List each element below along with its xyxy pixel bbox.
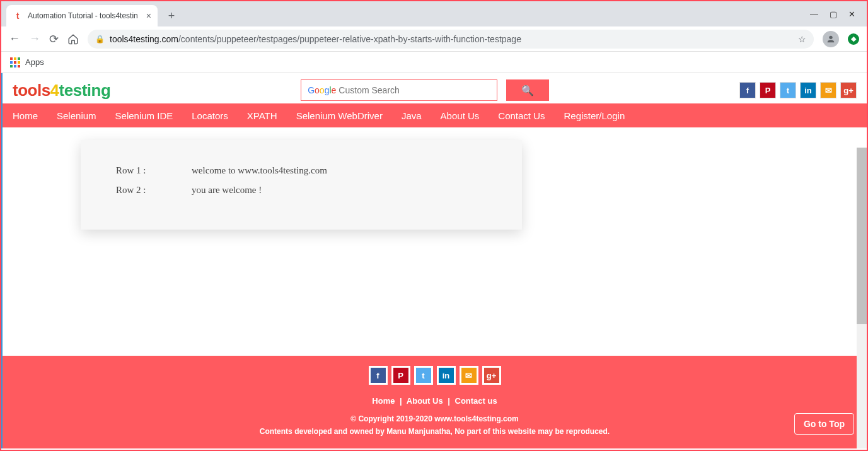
back-button[interactable]: ← (9, 32, 20, 45)
home-button[interactable] (67, 33, 79, 45)
nav-java[interactable]: Java (402, 110, 422, 121)
maximize-icon[interactable]: ▢ (830, 9, 837, 19)
search-placeholder: Custom Search (339, 85, 399, 95)
main-nav: Home Selenium Selenium IDE Locators XPAT… (3, 103, 867, 127)
row-value: welcome to www.tools4testing.com (192, 165, 327, 176)
browser-tab[interactable]: t Automation Tutorial - tools4testin × (6, 5, 158, 26)
search-input[interactable]: Google Custom Search (301, 79, 497, 101)
site-logo[interactable]: tools4testing (13, 81, 110, 100)
minimize-icon[interactable]: — (810, 9, 818, 19)
lock-icon: 🔒 (95, 35, 105, 44)
bookmarks-bar: Apps (1, 52, 867, 73)
url-domain: tools4testing.com (110, 34, 178, 44)
search-icon: 🔍 (521, 85, 534, 97)
tab-bar: t Automation Tutorial - tools4testin × +… (1, 1, 867, 26)
nav-home[interactable]: Home (13, 110, 38, 121)
page-content: tools4testing Google Custom Search 🔍 f P… (1, 73, 867, 448)
twitter-icon[interactable]: t (414, 366, 433, 385)
table-row: Row 1 : welcome to www.tools4testing.com (116, 165, 487, 176)
apps-grid-icon[interactable] (10, 57, 20, 67)
nav-locators[interactable]: Locators (192, 110, 228, 121)
window-controls: — ▢ ✕ (810, 9, 867, 19)
nav-selenium-ide[interactable]: Selenium IDE (115, 110, 173, 121)
nav-about[interactable]: About Us (441, 110, 480, 121)
content-card: Row 1 : welcome to www.tools4testing.com… (81, 140, 522, 230)
search-wrap: Google Custom Search 🔍 (301, 79, 549, 101)
content-area: Row 1 : welcome to www.tools4testing.com… (3, 127, 867, 230)
pinterest-icon[interactable]: P (391, 366, 410, 385)
scroll-thumb[interactable] (857, 148, 867, 324)
close-window-icon[interactable]: ✕ (848, 9, 855, 19)
pinterest-icon[interactable]: P (760, 82, 776, 98)
copyright: © Copyright 2019-2020 www.tools4testing.… (3, 414, 867, 423)
row-label: Row 2 : (116, 185, 154, 196)
gplus-icon[interactable]: g+ (840, 82, 857, 98)
nav-xpath[interactable]: XPATH (247, 110, 277, 121)
nav-contact[interactable]: Contact Us (498, 110, 545, 121)
profile-avatar[interactable] (823, 31, 839, 47)
footer-link-contact[interactable]: Contact us (455, 396, 497, 406)
row-value: you are welcome ! (192, 185, 262, 196)
search-button[interactable]: 🔍 (506, 79, 549, 101)
url-path: /contents/puppeteer/testpages/puppeteer-… (178, 34, 521, 44)
go-to-top-button[interactable]: Go to Top (794, 413, 854, 435)
google-logo: Google (308, 85, 336, 95)
header-social: f P t in ✉ g+ (739, 82, 857, 98)
close-tab-icon[interactable]: × (146, 11, 151, 21)
browser-chrome: t Automation Tutorial - tools4testin × +… (1, 1, 867, 73)
nav-selenium[interactable]: Selenium (57, 110, 96, 121)
favicon: t (13, 11, 23, 21)
linkedin-icon[interactable]: in (437, 366, 456, 385)
footer-social: f P t in ✉ g+ (3, 366, 867, 385)
reload-button[interactable]: ⟳ (49, 32, 59, 46)
nav-bar: ← → ⟳ 🔒 tools4testing.com/contents/puppe… (1, 26, 867, 52)
row-label: Row 1 : (116, 165, 154, 176)
extension-icon[interactable]: ◆ (848, 33, 859, 45)
footer-link-home[interactable]: Home (372, 396, 395, 406)
forward-button[interactable]: → (29, 32, 40, 45)
address-bar[interactable]: 🔒 tools4testing.com/contents/puppeteer/t… (88, 30, 814, 49)
bookmark-star-icon[interactable]: ☆ (798, 34, 806, 44)
scrollbar[interactable] (857, 148, 867, 448)
mail-icon[interactable]: ✉ (820, 82, 836, 98)
table-row: Row 2 : you are welcome ! (116, 185, 487, 196)
facebook-icon[interactable]: f (369, 366, 388, 385)
gplus-icon[interactable]: g+ (482, 366, 501, 385)
footer-link-about[interactable]: About Us (407, 396, 443, 406)
twitter-icon[interactable]: t (780, 82, 796, 98)
facebook-icon[interactable]: f (739, 82, 756, 98)
footer-links: Home | About Us | Contact us (3, 396, 867, 406)
disclaimer: Contents developed and owned by Manu Man… (3, 427, 867, 436)
site-footer: f P t in ✉ g+ Home | About Us | Contact … (3, 356, 867, 448)
site-header: tools4testing Google Custom Search 🔍 f P… (3, 73, 867, 103)
linkedin-icon[interactable]: in (800, 82, 816, 98)
apps-label[interactable]: Apps (25, 57, 44, 67)
tab-title: Automation Tutorial - tools4testin (28, 11, 141, 20)
nav-selenium-wd[interactable]: Selenium WebDriver (296, 110, 383, 121)
svg-point-0 (829, 35, 832, 38)
nav-register[interactable]: Register/Login (564, 110, 625, 121)
mail-icon[interactable]: ✉ (460, 366, 478, 385)
new-tab-button[interactable]: + (163, 7, 180, 25)
